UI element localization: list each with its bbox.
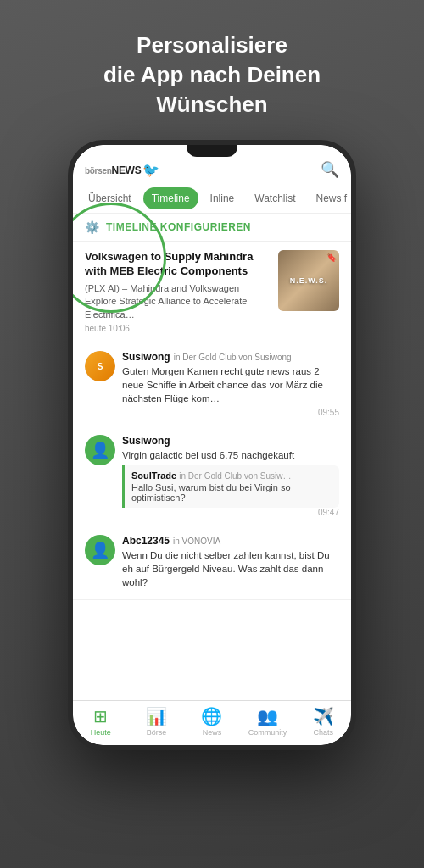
post-content-3: Abc12345 in VONOVIA Wenn Du die nicht se… [122, 535, 339, 591]
news-image-label: N.E.W.S. [290, 276, 328, 285]
post-content-1: Susiwong in Der Gold Club von Susiwong G… [122, 351, 339, 416]
post-item-2[interactable]: 👤 Susiwong Virgin galactic bei usd 6.75 … [73, 426, 351, 526]
header-title: Personalisiere die App nach Deinen Wünsc… [70, 0, 354, 140]
borse-icon: 📊 [146, 706, 167, 726]
nav-chats-label: Chats [313, 728, 333, 737]
avatar-2: 👤 [85, 435, 115, 465]
inner-author: SoulTrade in Der Gold Club von Susiw… [131, 470, 332, 481]
community-icon: 👥 [257, 706, 278, 726]
phone-screen: börsenNEWS 🐦 🔍 Übersicht Timeline Inline… [73, 145, 351, 745]
post-group-3: in VONOVIA [173, 537, 220, 546]
nav-heute[interactable]: ⊞ Heute [73, 706, 129, 737]
post-author-2: Susiwong [122, 435, 170, 447]
tab-timeline[interactable]: Timeline [143, 187, 198, 209]
bookmark-icon: 🔖 [326, 253, 337, 262]
nav-heute-label: Heute [91, 728, 111, 737]
nav-news-label: News [203, 728, 222, 737]
post-header-2: Susiwong [122, 435, 339, 447]
post-text-3: Wenn Du die nicht selber zahlen kannst, … [122, 548, 339, 589]
post-inner-card: SoulTrade in Der Gold Club von Susiw… Ha… [122, 465, 339, 508]
post-group-1: in Der Gold Club von Susiwong [174, 353, 292, 362]
nav-borse-label: Börse [147, 728, 167, 737]
post-header-1: Susiwong in Der Gold Club von Susiwong [122, 351, 339, 363]
logo-text: börsenNEWS [85, 164, 141, 176]
tab-inline[interactable]: Inline [202, 187, 243, 209]
nav-news[interactable]: 🌐 News [184, 706, 240, 737]
news-title: Volkswagen to Supply Mahindra with MEB E… [85, 250, 270, 279]
post-time-1: 09:55 [122, 408, 339, 417]
post-content-2: Susiwong Virgin galactic bei usd 6.75 na… [122, 435, 339, 517]
post-author-1: Susiwong [122, 351, 170, 363]
news-item[interactable]: Volkswagen to Supply Mahindra with MEB E… [73, 242, 351, 342]
settings-icon: ⚙️ [85, 220, 99, 234]
tab-newsf[interactable]: News f [308, 187, 351, 209]
timeline-config-bar[interactable]: ⚙️ TIMELINE KONFIGURIEREN [73, 214, 351, 242]
tab-watchlist[interactable]: Watchlist [246, 187, 304, 209]
news-subtitle: (PLX AI) – Mahindra and Volkswagen Explo… [85, 282, 270, 321]
nav-community[interactable]: 👥 Community [240, 706, 296, 737]
chats-icon: ✈️ [313, 706, 334, 726]
post-time-2: 09:47 [122, 508, 339, 517]
timeline-config-label: TIMELINE KONFIGURIEREN [106, 221, 251, 233]
post-header-3: Abc12345 in VONOVIA [122, 535, 339, 547]
search-icon[interactable]: 🔍 [321, 160, 339, 179]
post-author-3: Abc12345 [122, 535, 170, 547]
app-logo: börsenNEWS 🐦 [85, 162, 159, 178]
tab-ubersicht[interactable]: Übersicht [80, 187, 140, 209]
post-item-1[interactable]: S Susiwong in Der Gold Club von Susiwong… [73, 342, 351, 426]
news-time: heute 10:06 [85, 324, 270, 333]
post-text-2: Virgin galactic bei usd 6.75 nachgekauft [122, 448, 339, 462]
nav-chats[interactable]: ✈️ Chats [295, 706, 351, 737]
avatar-icon-2: 👤 [91, 441, 109, 459]
nav-borse[interactable]: 📊 Börse [129, 706, 185, 737]
post-text-1: Guten Morgen Kamen recht gute news raus … [122, 364, 339, 405]
phone-mockup: börsenNEWS 🐦 🔍 Übersicht Timeline Inline… [68, 140, 356, 750]
news-thumbnail: N.E.W.S. 🔖 [278, 250, 339, 311]
phone-notch [187, 145, 237, 157]
nav-community-label: Community [248, 728, 287, 737]
inner-text: Hallo Susi, warum bist du bei Virgin so … [131, 482, 332, 503]
post-item-3[interactable]: 👤 Abc12345 in VONOVIA Wenn Du die nicht … [73, 526, 351, 600]
bottom-nav: ⊞ Heute 📊 Börse 🌐 News 👥 Community ✈️ Ch… [73, 700, 351, 745]
heute-icon: ⊞ [93, 706, 108, 726]
feed-scroll-area[interactable]: Volkswagen to Supply Mahindra with MEB E… [73, 242, 351, 700]
logo-bird-icon: 🐦 [142, 162, 159, 178]
avatar-3: 👤 [85, 535, 115, 565]
news-icon: 🌐 [201, 706, 222, 726]
tab-bar: Übersicht Timeline Inline Watchlist News… [73, 184, 351, 214]
avatar-icon-3: 👤 [91, 541, 109, 559]
news-content: Volkswagen to Supply Mahindra with MEB E… [85, 250, 270, 333]
avatar-1: S [85, 351, 115, 381]
